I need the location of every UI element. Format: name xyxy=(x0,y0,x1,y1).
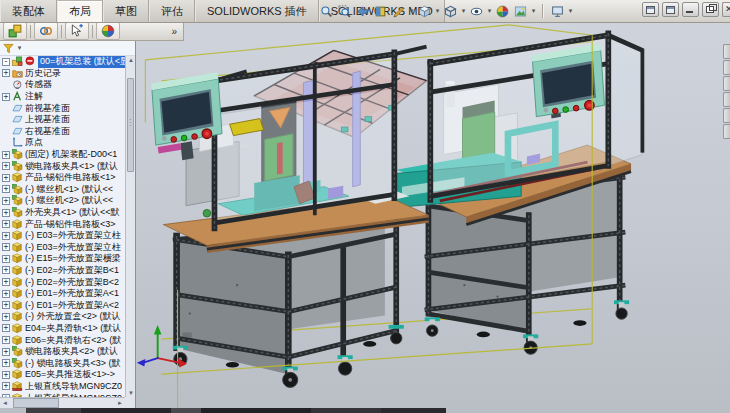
view-orientation-icon[interactable] xyxy=(416,3,433,19)
apply-scene-icon[interactable] xyxy=(512,3,529,19)
command-tab-2[interactable]: 草图 xyxy=(103,0,149,22)
sketch-visibility-icon[interactable] xyxy=(390,3,407,19)
apply-scene-dropdown-caret[interactable]: ▾ xyxy=(530,7,537,15)
expand-toggle-icon[interactable]: + xyxy=(2,371,10,379)
view-orientation-dropdown-caret[interactable]: ▾ xyxy=(434,7,441,15)
command-tab-0[interactable]: 装配体 xyxy=(0,0,57,22)
task-pane-tab-3[interactable] xyxy=(723,92,730,107)
sketch-visibility-dropdown-caret[interactable]: ▾ xyxy=(408,7,415,15)
tree-item[interactable]: +(-) 螺丝机<1> (默认<< xyxy=(0,184,125,196)
expand-toggle-icon[interactable]: + xyxy=(2,348,10,356)
tree-item[interactable]: -00=机架总装 (默认<显 xyxy=(0,56,125,68)
tree-item[interactable]: +(-) E01=外壳放置架A<1 xyxy=(0,288,125,300)
tree-item[interactable]: +(-) E03=外壳放置架立柱 xyxy=(0,242,125,254)
expand-toggle-icon[interactable]: + xyxy=(2,382,10,390)
tree-item[interactable]: +产品-锡铝件电路板<1> xyxy=(0,172,125,184)
tree-item[interactable]: +(-) E03=外壳放置架立柱 xyxy=(0,230,125,242)
scroll-up-arrow[interactable]: ▲ xyxy=(127,56,135,64)
tree-item[interactable]: +上视基准面 xyxy=(0,114,125,126)
expand-toggle-icon[interactable]: + xyxy=(2,162,10,170)
view-settings-dropdown-caret[interactable]: ▾ xyxy=(567,7,574,15)
previous-view-icon[interactable] xyxy=(354,3,371,19)
expand-toggle-icon[interactable]: + xyxy=(2,290,10,298)
edit-appearance-icon[interactable] xyxy=(494,3,511,19)
hide-show-items-dropdown-caret[interactable]: ▾ xyxy=(486,7,493,15)
command-tab-4[interactable]: SOLIDWORKS 插件 xyxy=(195,0,319,22)
expand-toggle-icon[interactable]: + xyxy=(2,185,10,193)
insert-component-icon[interactable] xyxy=(3,22,27,40)
expand-toggle-icon[interactable]: + xyxy=(2,209,10,217)
expand-toggle-icon[interactable]: - xyxy=(2,58,10,66)
task-pane-tab-0[interactable] xyxy=(723,44,730,59)
command-tab-1[interactable]: 布局 xyxy=(57,0,103,22)
expand-toggle-icon[interactable]: + xyxy=(2,220,10,228)
tree-item[interactable]: +(-) 外壳放置盒<2> (默认 xyxy=(0,311,125,323)
tree-item[interactable]: +传感器 xyxy=(0,79,125,91)
mate-icon[interactable] xyxy=(34,22,58,40)
expand-toggle-icon[interactable]: + xyxy=(2,151,10,159)
tree-horizontal-scrollbar[interactable]: ◄ ► xyxy=(0,397,125,408)
expand-toggle-icon[interactable]: + xyxy=(2,69,10,77)
expand-toggle-icon[interactable]: + xyxy=(2,174,10,182)
minimize-button[interactable] xyxy=(682,2,699,17)
tree-item[interactable]: +(固定) 机架装配-D00<1 xyxy=(0,149,125,161)
tree-item[interactable]: +外壳夹具<1> (默认<<默 xyxy=(0,207,125,219)
expand-toggle-icon[interactable]: + xyxy=(2,313,10,321)
tree-item[interactable]: +(-) E15=外壳放置架横梁 xyxy=(0,253,125,265)
expand-toggle-icon[interactable]: + xyxy=(2,359,10,367)
tree-item[interactable]: +(-) 螺丝机<2> (默认<< xyxy=(0,195,125,207)
zoom-fit-icon[interactable] xyxy=(318,3,335,19)
section-view-icon[interactable] xyxy=(372,3,389,19)
tree-item[interactable]: +右视基准面 xyxy=(0,126,125,138)
tree-item[interactable]: +(-) E01=外壳放置架A<2 xyxy=(0,299,125,311)
tree-item[interactable]: +产品-锡铝件电路板<3> xyxy=(0,218,125,230)
filter-funnel-icon[interactable] xyxy=(3,43,14,54)
task-pane-tab-4[interactable] xyxy=(723,108,730,123)
filter-dropdown-caret[interactable]: ▾ xyxy=(16,44,23,52)
display-style-icon[interactable] xyxy=(442,3,459,19)
expand-toggle-icon[interactable]: + xyxy=(2,255,10,263)
restore-button[interactable] xyxy=(702,2,719,17)
expand-toggle-icon[interactable]: + xyxy=(2,336,10,344)
tree-item[interactable]: +E04=夹具滑轨<1> (默认 xyxy=(0,323,125,335)
hide-show-items-icon[interactable] xyxy=(468,3,485,19)
display-style-dropdown-caret[interactable]: ▾ xyxy=(460,7,467,15)
tree-item[interactable]: +E06=夹具滑轨右<2> (默 xyxy=(0,334,125,346)
task-pane-tab-2[interactable] xyxy=(723,76,730,91)
scroll-thumb[interactable] xyxy=(127,78,134,172)
tree-item[interactable]: +前视基准面 xyxy=(0,102,125,114)
command-tab-3[interactable]: 评估 xyxy=(149,0,195,22)
scroll-down-arrow[interactable]: ▼ xyxy=(127,389,135,397)
tree-item[interactable]: +注解 xyxy=(0,91,125,103)
move-component-icon[interactable] xyxy=(65,22,89,40)
tree-vertical-scrollbar[interactable]: ▲ ▼ xyxy=(125,56,135,397)
expand-toggle-icon[interactable]: + xyxy=(2,324,10,332)
expand-toggle-icon[interactable]: + xyxy=(2,278,10,286)
toolbar-overflow-button[interactable]: » xyxy=(171,26,177,37)
tree-item[interactable]: +锁电路板夹具<1> (默认 xyxy=(0,160,125,172)
tree-item[interactable]: +历史记录 xyxy=(0,68,125,80)
doc-window-button[interactable] xyxy=(662,2,679,17)
edit-appearance-icon[interactable] xyxy=(96,22,120,40)
tree-item[interactable]: +原点 xyxy=(0,137,125,149)
expand-toggle-icon[interactable]: + xyxy=(2,266,10,274)
expand-toggle-icon[interactable]: + xyxy=(2,232,10,240)
task-pane-tab-1[interactable] xyxy=(723,60,730,75)
scroll-left-arrow[interactable]: ◄ xyxy=(0,398,10,408)
tree-item[interactable]: +(-) 锁电路板夹具<3> (默 xyxy=(0,357,125,369)
expand-toggle-icon[interactable]: + xyxy=(2,243,10,251)
tree-item[interactable]: +(-) E02=外壳放置架B<2 xyxy=(0,276,125,288)
scroll-right-arrow[interactable]: ► xyxy=(115,398,125,408)
tree-item[interactable]: +上银直线导轨MGN9CZ0 xyxy=(0,381,125,393)
tree-item[interactable]: +(-) E02=外壳放置架B<1 xyxy=(0,265,125,277)
close-partial-button[interactable]: ✕ xyxy=(722,2,730,17)
tree-item[interactable]: +锁电路板夹具<2> (默认 xyxy=(0,346,125,358)
expand-toggle-icon[interactable]: + xyxy=(2,301,10,309)
tree-item[interactable]: +E05=夹具推送板<1>-> xyxy=(0,369,125,381)
doc-window-button[interactable] xyxy=(642,2,659,17)
zoom-area-icon[interactable] xyxy=(336,3,353,19)
view-settings-icon[interactable] xyxy=(549,3,566,19)
scroll-thumb-horizontal[interactable] xyxy=(13,398,59,408)
expand-toggle-icon[interactable]: + xyxy=(2,93,10,101)
expand-toggle-icon[interactable]: + xyxy=(2,197,10,205)
